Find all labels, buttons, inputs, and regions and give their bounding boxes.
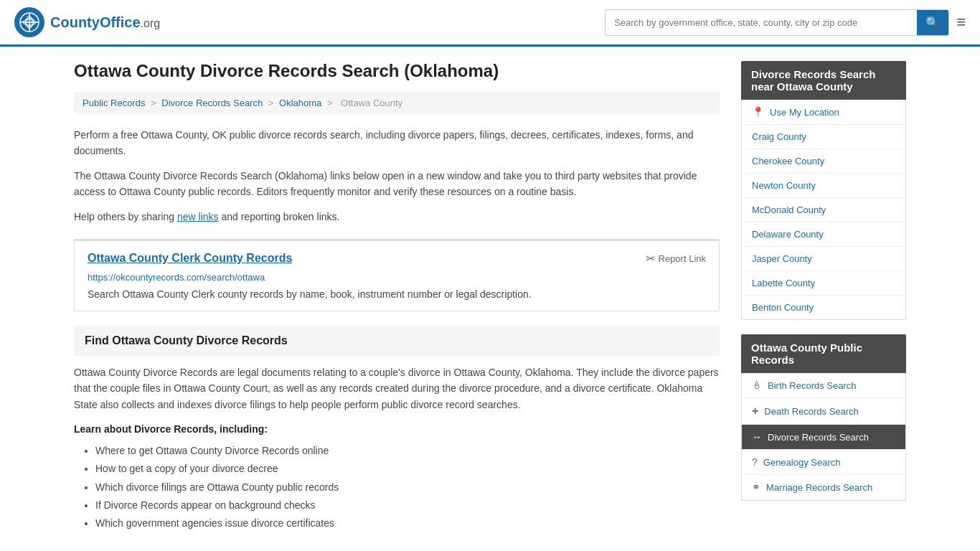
divorce-records-link[interactable]: Divorce Records Search [768,432,869,443]
county-link-4[interactable]: Delaware County [752,229,824,240]
sidebar: Divorce Records Search near Ottawa Count… [741,61,906,532]
county-link-0[interactable]: Craig County [752,131,806,142]
bullet-list: Where to get Ottawa County Divorce Recor… [74,442,720,532]
report-icon: ✂ [646,252,655,265]
desc3-post: and reporting broken links. [219,211,340,222]
county-link-3[interactable]: McDonald County [752,204,826,215]
search-button[interactable]: 🔍 [917,10,948,35]
sidebar-county-5: Jasper County [742,247,905,271]
page-title: Ottawa County Divorce Records Search (Ok… [74,61,720,81]
bullet-4: If Divorce Records appear on background … [95,496,720,514]
genealogy-icon: ? [752,456,758,468]
record-description: Search Ottawa County Clerk county record… [88,288,706,300]
location-icon: 📍 [752,106,764,118]
bullet-5: Which government agencies issue divorce … [95,514,720,532]
search-input[interactable] [606,11,917,34]
county-link-1[interactable]: Cherokee County [752,156,824,166]
public-record-birth[interactable]: 🕯 Birth Records Search [742,373,905,398]
county-link-7[interactable]: Benton County [752,302,814,313]
find-section-body: Ottawa County Divorce Records are legal … [74,364,720,413]
record-link-title[interactable]: Ottawa County Clerk County Records [88,252,292,265]
use-location-item[interactable]: 📍 Use My Location [742,100,905,125]
nearby-list: 📍 Use My Location Craig County Cherokee … [741,100,906,320]
sidebar-county-1: Cherokee County [742,149,905,174]
birth-records-link[interactable]: Birth Records Search [768,380,857,391]
description-1: Perform a free Ottawa County, OK public … [74,127,720,159]
death-icon: + [752,405,758,418]
record-link-box: Ottawa County Clerk County Records ✂ Rep… [74,239,720,311]
use-location-label[interactable]: Use My Location [770,107,839,118]
logo-area: CountyOffice.org [14,7,160,37]
sidebar-county-3: McDonald County [742,198,905,222]
breadcrumb: Public Records > Divorce Records Search … [74,92,720,114]
public-records-list: 🕯 Birth Records Search + Death Records S… [741,373,906,501]
sidebar-county-2: Newton County [742,174,905,198]
bullet-3: Which divorce filings are Ottawa County … [95,479,720,496]
sidebar-county-0: Craig County [742,125,905,149]
county-link-5[interactable]: Jasper County [752,253,812,264]
desc3-pre: Help others by sharing [74,211,177,222]
header-right: 🔍 ≡ [605,9,966,36]
report-link[interactable]: ✂ Report Link [646,252,706,265]
birth-icon: 🕯 [752,380,762,391]
bullet-2: How to get a copy of your divorce decree [95,460,720,478]
county-link-6[interactable]: Labette County [752,278,815,288]
record-link-header: Ottawa County Clerk County Records ✂ Rep… [88,252,706,268]
find-section-header: Find Ottawa County Divorce Records [74,326,720,356]
public-record-genealogy[interactable]: ? Genealogy Search [742,450,905,475]
record-url[interactable]: https://okcountyrecords.com/search/ottaw… [88,272,706,283]
menu-icon[interactable]: ≡ [956,13,966,32]
search-bar: 🔍 [605,9,949,36]
marriage-records-link[interactable]: Marriage Records Search [766,482,872,493]
bullet-1: Where to get Ottawa County Divorce Recor… [95,442,720,460]
breadcrumb-sep-1: > [151,98,159,108]
breadcrumb-sep-2: > [268,98,276,108]
sidebar-county-4: Delaware County [742,222,905,247]
report-label: Report Link [659,253,706,264]
nearby-section: Divorce Records Search near Ottawa Count… [741,61,906,320]
county-link-2[interactable]: Newton County [752,180,816,191]
learn-title: Learn about Divorce Records, including: [74,423,720,435]
sidebar-county-6: Labette County [742,271,905,296]
public-records-header: Ottawa County Public Records [741,334,906,373]
logo-icon [14,7,44,37]
sidebar-county-7: Benton County [742,296,905,319]
death-records-link[interactable]: Death Records Search [764,406,859,417]
public-records-section: Ottawa County Public Records 🕯 Birth Rec… [741,334,906,501]
breadcrumb-sep-3: > [327,98,335,108]
main-container: Ottawa County Divorce Records Search (Ok… [60,47,920,547]
description-3: Help others by sharing new links and rep… [74,209,720,225]
logo-text: CountyOffice.org [50,14,160,31]
public-record-death[interactable]: + Death Records Search [742,398,905,425]
description-2: The Ottawa County Divorce Records Search… [74,168,720,200]
breadcrumb-divorce-records[interactable]: Divorce Records Search [161,98,263,108]
nearby-header: Divorce Records Search near Ottawa Count… [741,61,906,100]
new-links-link[interactable]: new links [177,211,219,222]
public-record-divorce[interactable]: ↔ Divorce Records Search [742,425,905,450]
divorce-icon: ↔ [752,431,762,443]
header: CountyOffice.org 🔍 ≡ [0,0,980,47]
breadcrumb-ottawa-county: Ottawa County [341,98,402,108]
find-section-title: Find Ottawa County Divorce Records [85,334,288,347]
genealogy-link[interactable]: Genealogy Search [763,457,841,468]
breadcrumb-public-records[interactable]: Public Records [83,98,145,108]
content-area: Ottawa County Divorce Records Search (Ok… [74,61,720,532]
breadcrumb-oklahoma[interactable]: Oklahoma [279,98,321,108]
public-record-marriage[interactable]: ⚭ Marriage Records Search [742,475,905,500]
marriage-icon: ⚭ [752,481,760,493]
